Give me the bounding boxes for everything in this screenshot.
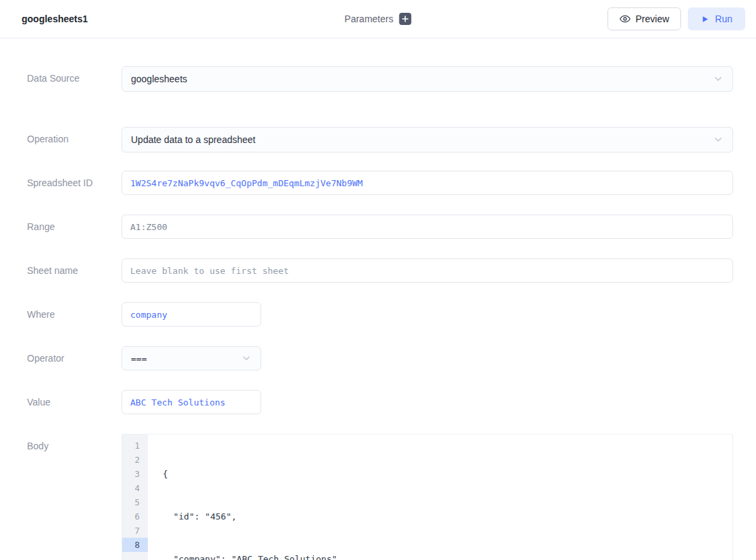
code-line: { [163, 467, 732, 481]
operator-select[interactable]: === [122, 346, 261, 370]
line-number: 2 [122, 453, 148, 467]
value-input[interactable] [122, 390, 261, 414]
preview-button-label: Preview [636, 13, 670, 24]
parameters-label: Parameters [344, 13, 393, 24]
sheet-name-row: Sheet name [27, 258, 733, 283]
body-row: Body 1 2 3 4 5 6 7 8 { "id": [27, 434, 733, 560]
play-icon [701, 15, 709, 24]
plus-icon [402, 16, 409, 22]
eye-icon [620, 13, 630, 24]
run-button[interactable]: Run [688, 7, 745, 30]
add-parameter-button[interactable] [400, 13, 412, 25]
data-source-select[interactable]: googlesheets [122, 66, 733, 92]
data-source-label: Data Source [27, 66, 122, 84]
line-number: 4 [122, 481, 148, 495]
sheet-name-label: Sheet name [27, 258, 122, 276]
where-label: Where [27, 302, 122, 320]
operator-value: === [131, 354, 146, 364]
where-row: Where [27, 302, 733, 327]
line-number: 7 [122, 524, 148, 538]
range-row: Range [27, 215, 733, 239]
sheet-name-input[interactable] [122, 258, 733, 283]
range-input[interactable] [122, 215, 733, 239]
preview-button[interactable]: Preview [608, 7, 682, 30]
spreadsheet-id-input[interactable] [122, 171, 733, 195]
line-number: 5 [122, 495, 148, 509]
value-row: Value [27, 390, 733, 414]
query-title[interactable]: googlesheets1 [22, 13, 88, 24]
chevron-down-icon [713, 74, 724, 84]
query-form: Data Source googlesheets Operation Updat… [0, 38, 756, 560]
line-number-active: 8 [122, 538, 148, 552]
code-line: "id": "456", [163, 509, 732, 524]
data-source-row: Data Source googlesheets [27, 66, 733, 92]
value-label: Value [27, 390, 122, 408]
line-number: 3 [122, 467, 148, 481]
editor-gutter: 1 2 3 4 5 6 7 8 [122, 435, 148, 560]
editor-code-area[interactable]: { "id": "456", "company": "ABC Tech Solu… [148, 435, 732, 560]
run-button-label: Run [715, 13, 732, 24]
line-number: 6 [122, 509, 148, 524]
query-editor-panel: googlesheets1 Parameters Preview Run [0, 0, 756, 560]
spreadsheet-id-label: Spreadsheet ID [27, 171, 122, 188]
operator-row: Operator === [27, 346, 733, 370]
range-label: Range [27, 215, 122, 232]
operation-label: Operation [27, 127, 122, 144]
operation-select[interactable]: Update data to a spreadsheet [122, 127, 733, 152]
spreadsheet-id-row: Spreadsheet ID [27, 171, 733, 195]
chevron-down-icon [713, 134, 724, 145]
line-number: 1 [122, 439, 148, 453]
operation-row: Operation Update data to a spreadsheet [27, 127, 733, 152]
body-label: Body [27, 434, 122, 451]
data-source-value: googlesheets [131, 74, 187, 84]
header: googlesheets1 Parameters Preview Run [0, 0, 756, 38]
where-input[interactable] [122, 302, 261, 327]
operation-value: Update data to a spreadsheet [131, 134, 255, 145]
code-line: "company": "ABC Tech Solutions", [163, 552, 732, 560]
operator-label: Operator [27, 346, 122, 364]
body-code-editor[interactable]: 1 2 3 4 5 6 7 8 { "id": "456", "company"… [122, 434, 733, 560]
header-actions: Preview Run [608, 7, 745, 30]
parameters-section: Parameters [344, 0, 411, 38]
chevron-down-icon [241, 353, 252, 364]
